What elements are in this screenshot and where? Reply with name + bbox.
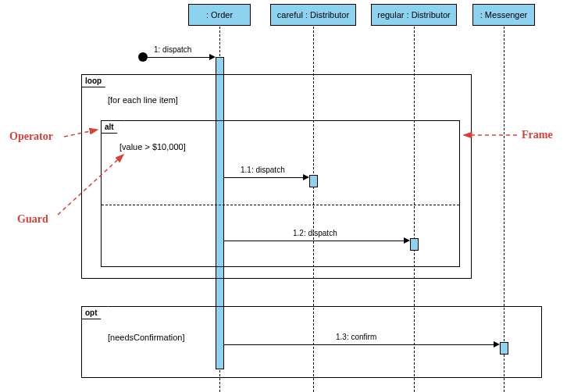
annotation-arrow-operator [0,0,574,392]
svg-line-0 [64,130,98,137]
sequence-diagram: : Order careful : Distributor regular : … [0,0,574,392]
svg-line-1 [58,155,123,215]
